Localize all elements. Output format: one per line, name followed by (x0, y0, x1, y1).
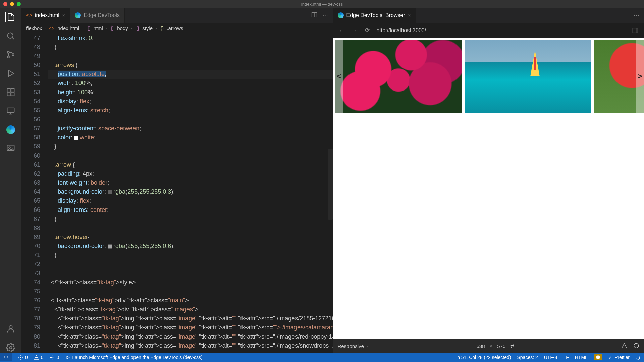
svg-rect-4 (7, 89, 10, 92)
traffic-lights (3, 2, 21, 6)
tab-label: Edge DevTools: Browser (346, 12, 405, 18)
explorer-icon[interactable] (5, 12, 15, 22)
maximize-icon[interactable] (17, 2, 21, 6)
source-control-icon[interactable] (6, 50, 16, 60)
tab-label: Edge DevTools (84, 12, 120, 18)
split-editor-icon[interactable] (311, 11, 318, 20)
crumb-selector: {}.arrows (159, 25, 183, 31)
chevron-right-icon: › (45, 26, 46, 31)
forward-icon[interactable]: → (351, 27, 358, 34)
bell-icon[interactable] (636, 355, 641, 360)
more-icon[interactable]: ⋯ (634, 12, 639, 19)
remote-indicator[interactable] (0, 353, 12, 361)
svg-rect-7 (11, 93, 14, 96)
editor-pane: <> index.html × Edge DevTools ⋯ flexbox … (21, 8, 333, 353)
back-icon[interactable]: ← (338, 27, 345, 34)
svg-point-12 (10, 347, 12, 349)
run-debug-icon[interactable] (6, 68, 16, 78)
chevron-right-icon: › (131, 26, 132, 31)
crumb-html: ▯html (86, 25, 103, 31)
next-arrow-button[interactable]: > (636, 40, 644, 113)
editor-tab-actions: ⋯ (311, 8, 333, 23)
webhint-icon[interactable] (594, 354, 602, 360)
device-height-input[interactable]: 570 (497, 343, 505, 349)
svg-rect-6 (7, 93, 10, 96)
svg-rect-14 (633, 28, 638, 33)
edge-icon (338, 12, 344, 18)
preview-tabs: Edge DevTools: Browser × ⋯ (333, 8, 644, 23)
search-icon[interactable] (6, 31, 16, 41)
titlebar: index.html — dev-css (0, 0, 644, 8)
reload-icon[interactable]: ⟳ (364, 27, 371, 34)
svg-point-2 (7, 56, 9, 58)
activity-bar (0, 8, 21, 353)
window-title: index.html — dev-css (301, 2, 343, 7)
slide-catamaran (465, 40, 591, 113)
errors-count[interactable]: 0 (18, 355, 28, 360)
crumb-body: ▯body (110, 25, 128, 31)
remote-explorer-icon[interactable] (6, 106, 16, 116)
edge-tools-icon[interactable] (6, 125, 16, 135)
svg-point-1 (7, 51, 9, 53)
crumb-style: ▯style (135, 25, 153, 31)
debug-config[interactable]: Launch Microsoft Edge and open the Edge … (65, 355, 202, 360)
tab-index-html[interactable]: <> index.html × (21, 8, 70, 23)
tag-icon: ▯ (110, 25, 115, 31)
cursor-position[interactable]: Ln 51, Col 28 (22 selected) (454, 355, 511, 360)
edge-icon (75, 12, 81, 18)
extensions-icon[interactable] (6, 87, 16, 97)
tag-icon: ▯ (135, 25, 140, 31)
language-mode[interactable]: HTML (575, 355, 588, 360)
svg-point-17 (51, 357, 53, 358)
code-editor[interactable]: 4748495051525354555657585960616263646566… (21, 34, 333, 353)
close-icon[interactable]: × (62, 12, 65, 18)
close-icon[interactable]: × (408, 12, 411, 18)
chevron-right-icon: › (106, 26, 107, 31)
indent-setting[interactable]: Spaces: 2 (517, 355, 538, 360)
browser-viewport[interactable]: < > (333, 38, 644, 339)
code-file-icon: <> (49, 25, 54, 31)
warnings-count[interactable]: 0 (34, 355, 44, 360)
svg-point-0 (8, 33, 13, 38)
device-toolbar: Responsive ⌄ 638 × 570 ⇄ (333, 339, 644, 353)
image-carousel (335, 40, 644, 113)
tag-icon: ▯ (86, 25, 92, 31)
preview-pane: Edge DevTools: Browser × ⋯ ← → ⟳ http://… (333, 8, 644, 353)
prettier-status[interactable]: ✓ Prettier (608, 355, 630, 360)
crumb-folder: flexbox (26, 25, 42, 31)
device-mode-select[interactable]: Responsive (338, 343, 364, 349)
svg-point-3 (12, 54, 14, 56)
images-panel-icon[interactable] (6, 143, 16, 154)
editor-tabs: <> index.html × Edge DevTools ⋯ (21, 8, 333, 23)
close-icon[interactable] (3, 2, 7, 6)
address-bar[interactable]: http://localhost:3000/ (377, 27, 626, 34)
eol[interactable]: LF (563, 355, 569, 360)
more-icon[interactable]: ⋯ (322, 12, 328, 19)
tab-edge-devtools[interactable]: Edge DevTools (70, 8, 125, 23)
dimension-separator-icon: × (490, 343, 493, 349)
svg-point-15 (634, 343, 639, 348)
minimize-icon[interactable] (10, 2, 14, 6)
options-icon[interactable] (633, 343, 639, 350)
statusbar: 0 0 0 Launch Microsoft Edge and open the… (0, 353, 644, 362)
prev-arrow-button[interactable]: < (335, 40, 343, 113)
chevron-right-icon: › (155, 26, 157, 31)
ports-count[interactable]: 0 (50, 355, 59, 360)
device-width-input[interactable]: 638 (477, 343, 485, 349)
tab-edge-browser[interactable]: Edge DevTools: Browser × (333, 8, 416, 23)
chevron-down-icon[interactable]: ⌄ (367, 344, 370, 348)
svg-point-18 (596, 355, 600, 359)
chevron-right-icon: › (82, 26, 83, 31)
rotate-icon[interactable]: ⇄ (510, 343, 515, 349)
gear-icon[interactable] (6, 343, 16, 353)
browser-nav: ← → ⟳ http://localhost:3000/ (333, 23, 644, 38)
account-icon[interactable] (6, 324, 16, 334)
breadcrumbs[interactable]: flexbox › <>index.html › ▯html › ▯body ›… (21, 23, 333, 34)
encoding[interactable]: UTF-8 (544, 355, 557, 360)
minimap-scrollbar[interactable] (328, 149, 333, 220)
throttling-icon[interactable] (621, 343, 627, 350)
svg-point-11 (9, 326, 12, 329)
svg-rect-5 (11, 89, 14, 92)
devtools-dock-icon[interactable] (632, 27, 639, 34)
tab-label: index.html (35, 12, 59, 18)
